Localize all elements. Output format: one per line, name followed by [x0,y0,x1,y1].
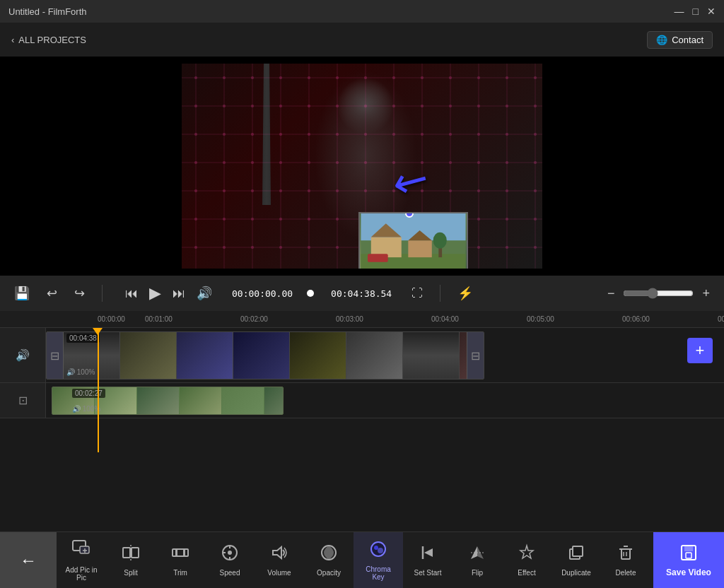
pip-track-icon[interactable]: ⊡ [18,394,28,407]
svg-point-31 [378,548,383,553]
thumb-2 [120,331,177,380]
empty-track-area [46,418,724,452]
svg-rect-39 [573,546,583,556]
pip-track-label: 00:02:27 [72,389,105,398]
segment-left-handle[interactable]: ⊟ [47,331,64,380]
pip-thumb-4 [180,387,222,415]
opacity-button[interactable]: Opacity [304,532,354,589]
opacity-icon [320,543,338,566]
video-segment[interactable]: ⊟ 00:04:38 🔊 100% ⊟ [46,331,484,380]
set-start-button[interactable]: Set Start [403,532,452,589]
time-total: 00:04:38.54 [331,288,392,299]
titlebar: Untitled - FilmForth — □ ✕ [0,0,724,23]
volume-button[interactable]: 🔊 [194,283,215,304]
toolbar-separator-1 [102,285,103,302]
pip-segment[interactable]: 00:02:27 🔊 100% [52,387,284,415]
set-start-icon [419,543,437,566]
volume-button[interactable]: Volume [255,532,304,589]
zoom-out-button[interactable]: − [605,283,618,304]
video-preview: ↙ [182,64,542,269]
flip-button[interactable]: Flip [452,532,502,589]
minimize-button[interactable]: — [675,6,684,17]
split-icon [122,543,140,566]
effect-button[interactable]: Effect [502,532,551,589]
contact-button[interactable]: 🌐 Contact [647,31,713,49]
video-track: ⊟ 00:04:38 🔊 100% ⊟ [46,328,724,383]
svg-point-30 [374,546,378,550]
video-track-volume: 🔊 100% [66,368,95,376]
tracks-container: 🔊 ⊡ ⊟ [0,328,724,452]
playhead-triangle[interactable] [93,328,103,335]
add-pic-icon [71,539,91,563]
app-title: Untitled - FilmForth [8,6,87,17]
delete-icon [617,543,635,566]
play-button[interactable]: ▶ [146,281,164,305]
svg-rect-19 [173,549,188,556]
bottom-toolbar: ← Add Pic inPic Split [0,531,724,588]
ruler-mark-2: 00:02:00 [240,315,268,323]
svg-rect-47 [686,553,691,558]
trim-icon [171,543,189,566]
thumb-7 [403,331,460,380]
contact-icon: 🌐 [656,35,667,45]
split-button[interactable]: Split [106,532,156,589]
pip-thumb-3 [137,387,180,415]
skip-forward-button[interactable]: ⏭ [170,283,188,304]
speed-button[interactable]: Speed [205,532,255,589]
back-nav-icon: ← [20,551,37,570]
svg-rect-11 [368,254,388,261]
toolbar-separator-2 [440,285,440,302]
zoom-slider[interactable] [623,288,694,299]
zoom-in-button[interactable]: + [699,283,713,304]
duplicate-label: Duplicate [561,569,591,577]
undo-button[interactable]: ↩ [44,283,60,304]
ruler-mark-4: 00:04:00 [431,315,459,323]
pip-thumb-6 [264,387,283,415]
duplicate-icon [567,543,585,566]
window-controls[interactable]: — □ ✕ [675,6,716,17]
timeline: 00:00:00 00:01:00 00:02:00 00:03:00 00:0… [0,311,724,452]
thumb-5 [290,331,346,380]
svg-point-10 [433,233,447,249]
add-track-button[interactable]: + [687,338,713,363]
svg-point-23 [228,551,232,555]
redo-button[interactable]: ↪ [71,283,88,304]
split-icon-button[interactable]: ⚡ [455,283,476,304]
volume-tool-icon [270,543,288,566]
delete-label: Delete [616,569,636,577]
close-button[interactable]: ✕ [707,6,716,17]
add-pic-in-pic-button[interactable]: Add Pic inPic [57,532,106,589]
video-track-control: 🔊 [0,328,46,383]
pip-track: 00:02:27 🔊 100% [46,383,724,418]
ruler-mark-7: 00:07:00 [718,315,724,323]
segment-right-handle[interactable]: ⊟ [467,331,484,380]
back-navigation-button[interactable]: ← [0,532,57,589]
fullscreen-button[interactable]: ⛶ [409,284,426,302]
delete-button[interactable]: Delete [601,532,650,589]
speed-label: Speed [220,569,240,577]
svg-rect-7 [408,240,431,257]
maximize-button[interactable]: □ [693,6,699,17]
timeline-ruler: 00:00:00 00:01:00 00:02:00 00:03:00 00:0… [0,311,724,328]
chroma-key-button[interactable]: ChromaKey [354,532,403,589]
audio-track-icon[interactable]: 🔊 [16,348,30,362]
save-video-button[interactable]: Save Video [653,532,724,589]
effect-icon [518,543,536,566]
flip-label: Flip [472,569,483,577]
save-project-button[interactable]: 💾 [11,283,33,304]
skip-back-button[interactable]: ⏮ [122,283,141,304]
duplicate-button[interactable]: Duplicate [551,532,601,589]
thumb-3 [177,331,233,380]
volume-label: Volume [267,569,291,577]
svg-marker-37 [520,546,533,558]
ruler-mark-0: 00:00:00 [98,315,125,323]
pip-track-volume: 🔊 100% [72,405,100,413]
add-pic-label: Add Pic inPic [65,566,97,582]
trim-button[interactable]: Trim [156,532,205,589]
time-current: 00:00:00.00 [232,288,293,299]
opacity-label: Opacity [317,569,341,577]
save-video-icon [679,543,699,565]
back-to-projects-button[interactable]: ‹ ALL PROJECTS [11,35,86,45]
pip-overlay-window[interactable] [358,212,468,269]
chroma-key-label: ChromaKey [366,565,391,581]
